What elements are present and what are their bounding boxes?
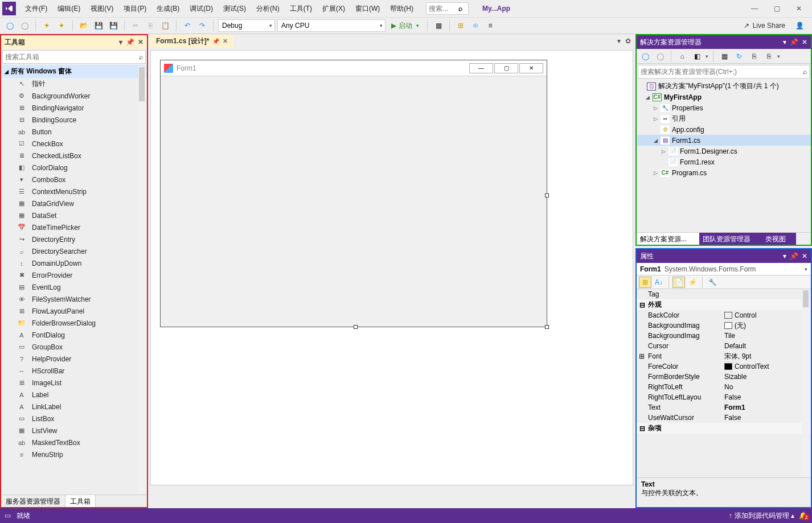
menu-extensions[interactable]: 扩展(X): [318, 2, 350, 16]
source-control-button[interactable]: ↑添加到源代码管理 ▴: [729, 511, 794, 521]
menu-tools[interactable]: 工具(T): [285, 2, 317, 16]
nav-fwd-icon[interactable]: ◯: [654, 50, 666, 63]
prop-row-backcolor[interactable]: BackColorControl: [637, 310, 811, 320]
toolbox-item[interactable]: abButton: [1, 126, 147, 138]
menu-view[interactable]: 视图(V): [86, 2, 118, 16]
nav-back-button[interactable]: ◯: [3, 19, 16, 32]
toolbox-item[interactable]: ✖ErrorProvider: [1, 269, 147, 281]
toolbox-item[interactable]: ▦DataSet: [1, 209, 147, 221]
toolbox-item[interactable]: abMaskedTextBox: [1, 436, 147, 448]
solution-search[interactable]: ⌕: [638, 65, 810, 79]
tree-project[interactable]: ◢C#MyFirstApp: [637, 92, 811, 102]
toolbar-icon[interactable]: ≡: [484, 19, 497, 32]
toolbox-item[interactable]: ▭GroupBox: [1, 341, 147, 353]
properties-button[interactable]: 📄: [672, 277, 685, 288]
toolbox-item[interactable]: ⊞FlowLayoutPanel: [1, 305, 147, 317]
platform-dropdown[interactable]: Any CPU: [277, 19, 386, 32]
pin-icon[interactable]: 📌: [790, 252, 798, 260]
close-button[interactable]: ✕: [792, 2, 806, 15]
tree-solution-root[interactable]: ⊡解决方案"MyFirstApp"(1 个项目/共 1 个): [637, 81, 811, 92]
prop-row-formborder[interactable]: FormBorderStyleSizable: [637, 372, 811, 382]
dropdown-icon[interactable]: ▾: [783, 38, 786, 46]
tab-server-explorer[interactable]: 服务器资源管理器: [1, 495, 65, 507]
toolbar-icon[interactable]: ⎘: [762, 50, 775, 63]
refresh-icon[interactable]: ↻: [733, 50, 745, 63]
dropdown-icon[interactable]: ▾: [783, 252, 786, 260]
prop-row-bgimage[interactable]: BackgroundImag(无): [637, 320, 811, 331]
toolbox-item[interactable]: 📅DateTimePicker: [1, 221, 147, 233]
menu-project[interactable]: 项目(P): [119, 2, 151, 16]
menu-build[interactable]: 生成(B): [152, 2, 184, 16]
toolbox-item[interactable]: 📁FolderBrowserDialog: [1, 317, 147, 329]
configuration-dropdown[interactable]: Debug: [218, 19, 275, 32]
menu-test[interactable]: 测试(S): [219, 2, 251, 16]
tree-references[interactable]: ▷▪▪引用: [637, 113, 811, 124]
prop-row-forecolor[interactable]: ForeColorControlText: [637, 361, 811, 372]
quick-launch[interactable]: ⌕: [426, 2, 469, 15]
live-share-button[interactable]: ↗ Live Share 👤: [739, 22, 809, 30]
toolbar-icon[interactable]: ⊞: [454, 19, 467, 32]
toolbox-item[interactable]: ALinkLabel: [1, 401, 147, 413]
save-button[interactable]: 💾: [92, 19, 105, 32]
quick-launch-input[interactable]: [429, 5, 456, 13]
prop-section-misc[interactable]: ⊟杂项: [637, 423, 811, 434]
toolbar-icon[interactable]: ▦: [432, 19, 445, 32]
prop-row-text[interactable]: TextForm1: [637, 402, 811, 413]
dropdown-icon[interactable]: ▾: [617, 37, 621, 45]
resize-handle[interactable]: [545, 325, 549, 329]
toolbox-item[interactable]: ↔HScrollBar: [1, 365, 147, 377]
scrollbar[interactable]: [138, 66, 146, 493]
toolbox-item[interactable]: ⚙BackgroundWorker: [1, 90, 147, 102]
menu-edit[interactable]: 编辑(E): [53, 2, 85, 16]
pin-icon[interactable]: 📌: [212, 38, 219, 44]
prop-section-appearance[interactable]: ⊟外观: [637, 299, 811, 310]
gear-icon[interactable]: ✿: [625, 37, 631, 45]
dropdown-icon[interactable]: ▾: [119, 38, 122, 46]
prop-row-bgimagelayout[interactable]: BackgroundImagTile: [637, 331, 811, 341]
toolbox-item[interactable]: ≣CheckedListBox: [1, 150, 147, 162]
toolbox-item[interactable]: ▾ComboBox: [1, 174, 147, 186]
toolbox-item[interactable]: ↖指针: [1, 78, 147, 90]
toolbox-search-input[interactable]: [5, 53, 139, 61]
toolbox-item[interactable]: ≡MenuStrip: [1, 448, 147, 460]
wrench-icon[interactable]: 🔧: [706, 277, 719, 288]
nav-back-icon[interactable]: ◯: [639, 50, 651, 63]
pin-icon[interactable]: 📌: [790, 38, 798, 46]
properties-object-selector[interactable]: Form1System.Windows.Forms.Form ▾: [637, 263, 811, 275]
save-all-button[interactable]: 💾: [107, 19, 120, 32]
toolbox-item[interactable]: ALabel: [1, 389, 147, 401]
close-icon[interactable]: ✕: [223, 38, 228, 45]
toolbox-item[interactable]: ↕DomainUpDown: [1, 257, 147, 269]
menu-analyze[interactable]: 分析(N): [252, 2, 284, 16]
prop-row-tag[interactable]: Tag: [637, 289, 811, 299]
prop-row-cursor[interactable]: CursorDefault: [637, 341, 811, 351]
pin-icon[interactable]: 📌: [126, 38, 134, 46]
redo-button[interactable]: ↷: [196, 19, 208, 32]
prop-row-rtllayout[interactable]: RightToLeftLayouFalse: [637, 392, 811, 402]
tab-solution-explorer[interactable]: 解决方案资源...: [637, 233, 699, 245]
alphabetical-button[interactable]: A↓: [653, 277, 665, 288]
toolbox-item[interactable]: ↪DirectoryEntry: [1, 233, 147, 245]
tree-appconfig[interactable]: ⚙App.config: [637, 124, 811, 135]
solution-search-input[interactable]: [641, 68, 803, 76]
feedback-icon[interactable]: 👤: [795, 22, 804, 30]
designer-surface[interactable]: Form1 — ▢ ✕: [150, 50, 633, 485]
new-file-button[interactable]: ✦: [55, 19, 68, 32]
tab-toolbox[interactable]: 工具箱: [65, 495, 96, 507]
maximize-button[interactable]: ▢: [769, 2, 785, 15]
toolbox-item[interactable]: ⌕DirectorySearcher: [1, 245, 147, 257]
toolbox-item[interactable]: ⊟BindingSource: [1, 114, 147, 126]
toolbox-item[interactable]: ?HelpProvider: [1, 353, 147, 365]
toolbox-item[interactable]: ◧ColorDialog: [1, 162, 147, 174]
form-designer[interactable]: Form1 — ▢ ✕: [160, 60, 547, 327]
toolbox-item[interactable]: ⊞BindingNavigator: [1, 102, 147, 114]
toolbar-icon[interactable]: ▦: [718, 50, 731, 63]
toolbox-item[interactable]: ▭ListBox: [1, 413, 147, 425]
cut-button[interactable]: ✂: [129, 19, 142, 32]
prop-row-rtl[interactable]: RightToLeftNo: [637, 382, 811, 392]
toolbar-icon[interactable]: ◧: [691, 50, 703, 63]
close-icon[interactable]: ✕: [802, 252, 807, 260]
nav-fwd-button[interactable]: ◯: [18, 19, 31, 32]
tab-team-explorer[interactable]: 团队资源管理器: [699, 233, 762, 245]
menu-debug[interactable]: 调试(D): [185, 2, 218, 16]
